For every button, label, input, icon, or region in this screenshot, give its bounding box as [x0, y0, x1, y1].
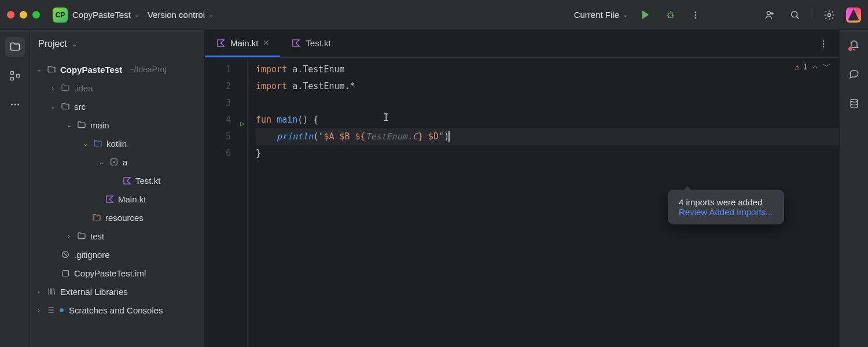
editor-area: Main.kt ✕ Test.kt 1 2 3 4▷ 5 6: [205, 30, 839, 347]
search-everywhere-button[interactable]: [786, 6, 804, 24]
database-tool-button[interactable]: [844, 94, 864, 113]
tree-item-main-kt[interactable]: Main.kt: [30, 190, 204, 208]
tree-label: Test.kt: [135, 176, 160, 186]
gutter: 1 2 3 4▷ 5 6: [205, 58, 248, 347]
warning-icon: ⚠: [795, 62, 799, 71]
tab-test-kt[interactable]: Test.kt: [280, 30, 341, 57]
chevron-down-icon: ⌄: [35, 66, 43, 73]
panel-title: Project: [38, 39, 67, 49]
kotlin-file-icon: [122, 176, 132, 185]
debug-button[interactable]: [661, 6, 679, 24]
tree-item-external-libs[interactable]: › External Libraries: [30, 282, 204, 301]
tree-label: a: [123, 157, 127, 167]
tree-label: main: [90, 120, 109, 130]
text-caret: [448, 131, 450, 142]
tree-label: CopyPasteTest.iml: [74, 268, 146, 278]
svg-rect-8: [10, 77, 13, 80]
minimize-window-icon[interactable]: [20, 11, 27, 19]
prev-highlight-icon[interactable]: ︿: [811, 61, 819, 72]
tab-label: Test.kt: [306, 38, 330, 48]
code-line: import a.TestEnum: [256, 61, 839, 78]
tree-item-gitignore[interactable]: .gitignore: [30, 245, 204, 264]
ai-chat-button[interactable]: [844, 65, 864, 84]
svg-rect-16: [62, 270, 68, 276]
review-imports-link[interactable]: Review Added Imports...: [679, 207, 773, 217]
kotlin-file-icon: [104, 195, 115, 204]
tab-label: Main.kt: [230, 38, 258, 48]
chevron-down-icon: ⌄: [623, 11, 628, 19]
folder-icon: [46, 65, 57, 74]
tree-label: resources: [105, 213, 144, 223]
tree-item-idea[interactable]: › .idea: [30, 79, 204, 97]
notifications-button[interactable]: [844, 36, 864, 56]
tree-label: CopyPasteTest: [60, 65, 122, 75]
imports-popup: 4 imports were added Review Added Import…: [668, 190, 784, 224]
tree-path: ~/IdeaProj: [129, 65, 166, 74]
next-highlight-icon[interactable]: ﹀: [823, 61, 831, 72]
tree-item-resources[interactable]: resources: [30, 208, 204, 227]
svg-point-12: [17, 104, 19, 106]
tree-item-scratches[interactable]: › Scratches and Consoles: [30, 301, 204, 319]
tree-label: test: [90, 231, 104, 241]
settings-button[interactable]: [821, 6, 838, 24]
ai-assistant-button[interactable]: [846, 8, 861, 23]
svg-point-5: [792, 11, 797, 17]
svg-rect-13: [111, 159, 117, 165]
line-number: 3: [205, 95, 247, 112]
chevron-right-icon: ›: [35, 288, 43, 295]
svg-point-4: [767, 11, 770, 14]
code-line: }: [256, 145, 839, 162]
code-line: fun main() {: [256, 112, 839, 128]
svg-point-1: [695, 11, 697, 13]
tree-root[interactable]: ⌄ CopyPasteTest ~/IdeaProj: [30, 60, 204, 79]
tree-item-test-kt[interactable]: Test.kt: [30, 171, 204, 190]
tree-item-main[interactable]: ⌄ main: [30, 116, 204, 134]
left-tool-rail: [0, 30, 30, 347]
svg-point-6: [828, 13, 831, 16]
run-button[interactable]: [636, 6, 653, 24]
run-config-label: Current File: [574, 10, 619, 20]
close-window-icon[interactable]: [7, 11, 14, 19]
project-name: CopyPasteTest: [72, 10, 131, 20]
maximize-window-icon[interactable]: [32, 11, 40, 19]
tree-label: .idea: [74, 83, 93, 93]
kotlin-file-icon: [215, 39, 226, 47]
inspection-widget[interactable]: ⚠ 1 ︿ ﹀: [795, 61, 831, 72]
svg-point-18: [823, 43, 825, 45]
tree-label: Main.kt: [118, 194, 146, 204]
chevron-down-icon: ⌄: [97, 158, 105, 166]
line-number: 1: [205, 61, 247, 78]
tab-main-kt[interactable]: Main.kt ✕: [205, 30, 280, 57]
more-actions-button[interactable]: [687, 6, 704, 24]
chevron-right-icon: ›: [65, 232, 73, 239]
kotlin-file-icon: [290, 39, 301, 47]
tree-item-kotlin[interactable]: ⌄ kotlin: [30, 134, 204, 153]
tree-item-test-dir[interactable]: › test: [30, 227, 204, 245]
tree-label: External Libraries: [60, 287, 128, 297]
vcs-menu[interactable]: Version control ⌄: [148, 10, 214, 20]
svg-rect-7: [10, 72, 13, 75]
line-number: 6: [205, 145, 247, 162]
chevron-down-icon: ⌄: [49, 103, 57, 110]
main-area: Project ⌄ ⌄ CopyPasteTest ~/IdeaProj › .…: [0, 30, 868, 347]
project-panel-header[interactable]: Project ⌄: [30, 30, 204, 58]
run-config-selector[interactable]: Current File ⌄: [574, 10, 628, 20]
code-with-me-button[interactable]: [761, 6, 778, 24]
project-tool-button[interactable]: [5, 37, 25, 57]
tab-actions-button[interactable]: [815, 35, 832, 53]
chevron-down-icon: ⌄: [81, 140, 89, 147]
tree-item-src[interactable]: ⌄ src: [30, 97, 204, 116]
tree-item-package-a[interactable]: ⌄ a: [30, 153, 204, 171]
close-tab-icon[interactable]: ✕: [263, 38, 270, 47]
tree-item-iml[interactable]: CopyPasteTest.iml: [30, 264, 204, 282]
code-line: println("$A $B ${TestEnum.C} $D"): [256, 128, 839, 145]
more-tools-button[interactable]: [5, 95, 25, 115]
structure-tool-button[interactable]: [5, 66, 25, 86]
project-selector[interactable]: CopyPasteTest ⌄: [72, 10, 139, 20]
gitignore-icon: [60, 250, 71, 259]
popup-message: 4 imports were added: [679, 197, 773, 207]
scratches-icon: [46, 305, 57, 315]
svg-point-14: [113, 161, 115, 163]
warning-count: 1: [803, 62, 808, 71]
chevron-down-icon: ⌄: [134, 11, 139, 19]
